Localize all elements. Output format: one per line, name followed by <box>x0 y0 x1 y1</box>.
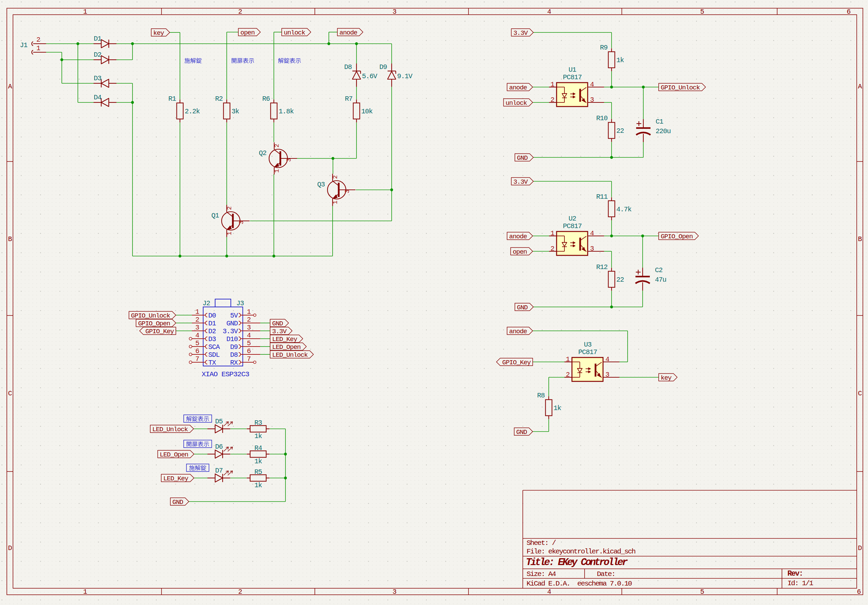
svg-text:3: 3 <box>590 245 594 253</box>
svg-text:GPIO_Unlock: GPIO_Unlock <box>131 312 170 320</box>
svg-text:PC817: PC817 <box>563 222 581 230</box>
svg-text:3: 3 <box>392 8 396 16</box>
svg-text:U2: U2 <box>569 215 576 223</box>
svg-text:GPIO_Open: GPIO_Open <box>138 320 170 327</box>
svg-text:D9: D9 <box>379 63 387 71</box>
svg-text:9.1V: 9.1V <box>397 73 412 80</box>
svg-text:XIAO ESP32C3: XIAO ESP32C3 <box>202 370 249 378</box>
svg-text:LED_Key: LED_Key <box>163 475 188 483</box>
svg-text:22: 22 <box>616 127 624 135</box>
svg-text:D8: D8 <box>230 351 238 359</box>
svg-text:key: key <box>661 374 672 382</box>
svg-text:D2: D2 <box>208 327 216 335</box>
svg-text:1.8k: 1.8k <box>279 108 294 115</box>
svg-text:D9: D9 <box>230 343 238 351</box>
svg-text:D4: D4 <box>94 94 101 101</box>
svg-text:2: 2 <box>36 36 40 44</box>
svg-text:4: 4 <box>590 80 594 88</box>
svg-text:Sheet: /: Sheet: / <box>527 539 556 547</box>
svg-text:4: 4 <box>195 331 199 339</box>
svg-text:5: 5 <box>700 588 704 596</box>
svg-text:R3: R3 <box>254 419 262 427</box>
svg-text:J1: J1 <box>20 41 28 49</box>
svg-text:R1: R1 <box>168 95 176 103</box>
svg-text:D: D <box>858 544 862 552</box>
svg-text:1: 1 <box>332 201 339 204</box>
svg-text:1: 1 <box>83 588 87 596</box>
svg-text:J3: J3 <box>236 299 244 307</box>
svg-text:KiCad E.D.A. eeschema 7.0.10: KiCad E.D.A. eeschema 7.0.10 <box>527 580 632 588</box>
svg-text:1: 1 <box>83 8 87 16</box>
svg-text:Rev:: Rev: <box>787 569 803 578</box>
svg-text:4: 4 <box>247 331 251 339</box>
svg-text:6: 6 <box>846 8 850 16</box>
svg-text:R7: R7 <box>345 95 352 103</box>
svg-text:1k: 1k <box>254 481 262 489</box>
svg-text:R2: R2 <box>215 95 223 103</box>
svg-text:D2: D2 <box>94 51 101 59</box>
svg-text:1k: 1k <box>553 404 561 412</box>
svg-text:Size: A4: Size: A4 <box>527 570 556 578</box>
svg-text:unlock: unlock <box>284 29 305 37</box>
svg-text:A: A <box>858 83 862 90</box>
svg-text:6: 6 <box>857 588 860 596</box>
svg-text:GPIO_Key: GPIO_Key <box>502 359 531 366</box>
svg-text:6: 6 <box>195 347 199 355</box>
svg-text:LED_Key: LED_Key <box>272 336 297 343</box>
svg-text:2: 2 <box>238 8 242 16</box>
svg-text:R9: R9 <box>600 44 608 51</box>
svg-text:Date:: Date: <box>597 570 615 578</box>
svg-text:unlock: unlock <box>506 99 527 107</box>
svg-text:Title: EKey Controller: Title: EKey Controller <box>526 557 628 568</box>
svg-text:RX: RX <box>230 359 238 367</box>
svg-text:C1: C1 <box>656 118 663 125</box>
svg-text:D7: D7 <box>215 467 223 475</box>
svg-text:R11: R11 <box>596 193 608 201</box>
svg-text:R8: R8 <box>537 391 545 399</box>
svg-text:U3: U3 <box>584 341 591 348</box>
svg-text:5: 5 <box>247 339 251 347</box>
svg-text:1: 1 <box>36 44 40 52</box>
svg-text:A: A <box>8 83 12 90</box>
svg-text:2: 2 <box>247 316 251 324</box>
svg-text:2: 2 <box>332 175 339 179</box>
svg-text:1: 1 <box>550 229 555 237</box>
svg-text:LED_Open: LED_Open <box>160 451 188 458</box>
svg-text:D1: D1 <box>208 320 216 327</box>
svg-text:LED_Unlock: LED_Unlock <box>272 351 308 359</box>
svg-text:D5: D5 <box>215 418 223 426</box>
svg-text:2: 2 <box>566 371 570 379</box>
svg-text:D: D <box>8 544 12 552</box>
svg-text:R6: R6 <box>262 95 270 103</box>
svg-text:U1: U1 <box>569 66 577 74</box>
svg-text:3: 3 <box>238 221 245 224</box>
svg-text:PC817: PC817 <box>563 73 581 81</box>
svg-text:R5: R5 <box>254 468 262 476</box>
svg-text:GND: GND <box>517 154 528 162</box>
svg-text:SCA: SCA <box>208 343 220 351</box>
svg-text:5V: 5V <box>230 312 238 320</box>
svg-text:3k: 3k <box>231 108 239 115</box>
svg-text:1: 1 <box>550 80 555 88</box>
svg-text:3: 3 <box>392 588 396 596</box>
svg-text:GND: GND <box>517 304 528 311</box>
svg-text:D10: D10 <box>226 335 238 343</box>
svg-text:2: 2 <box>195 316 199 324</box>
svg-text:6: 6 <box>247 347 251 355</box>
svg-text:3.3V: 3.3V <box>223 327 238 335</box>
svg-text:B: B <box>858 235 862 243</box>
svg-text:C: C <box>858 390 862 398</box>
svg-text:open: open <box>240 29 255 37</box>
svg-text:Q3: Q3 <box>317 181 325 189</box>
svg-text:Q1: Q1 <box>211 212 219 220</box>
svg-text:4: 4 <box>605 356 609 363</box>
svg-text:3: 3 <box>247 324 251 331</box>
svg-text:LED_Open: LED_Open <box>272 344 301 351</box>
svg-text:5: 5 <box>700 8 704 16</box>
svg-text:3.3V: 3.3V <box>513 29 528 37</box>
svg-text:2: 2 <box>273 144 281 147</box>
svg-text:1: 1 <box>195 308 199 316</box>
svg-text:GPIO_Unlock: GPIO_Unlock <box>661 84 700 91</box>
svg-text:1k: 1k <box>254 458 262 465</box>
svg-text:key: key <box>153 29 164 37</box>
